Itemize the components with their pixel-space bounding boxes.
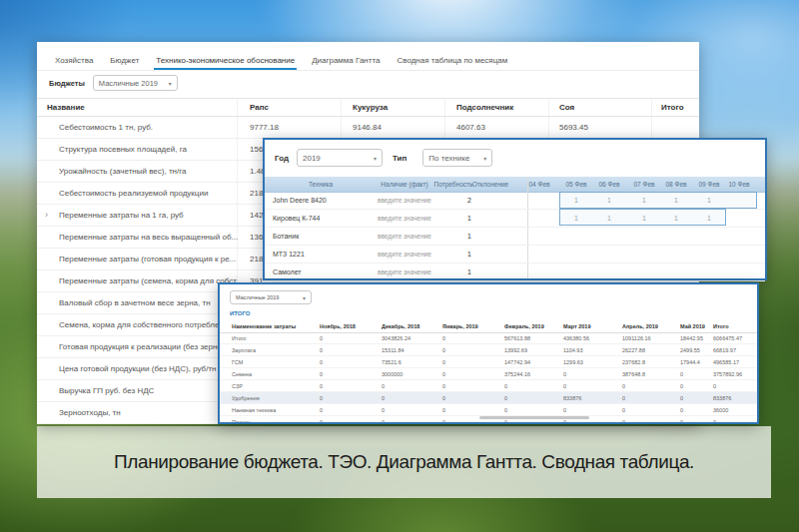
cost-name: Семена — [232, 371, 252, 377]
cell-value: 4607.63 — [456, 123, 485, 132]
cell-value: 0 — [680, 395, 683, 401]
horizontal-scrollbar[interactable] — [479, 416, 589, 419]
cell-value: 147742.94 — [504, 359, 530, 365]
selected-range-box — [559, 192, 757, 209]
row-label: Урожайность (зачетный вес), тн/га — [59, 167, 186, 176]
column-header: Март 2019 — [563, 323, 590, 329]
column-header: Наименование затраты — [232, 323, 296, 329]
cell-value: 0 — [320, 383, 323, 389]
cell-value: 496585.17 — [713, 359, 739, 365]
type-select[interactable]: По технике ▾ — [422, 149, 492, 167]
availability-input[interactable]: введите значение — [378, 233, 431, 240]
cell-value: 0 — [382, 407, 385, 413]
cell-value: 9777.18 — [250, 123, 279, 132]
gantt-table-header: ТехникаНаличие (факт)ПотребностьОтклонен… — [265, 177, 765, 193]
column-header: Кукуруза — [353, 103, 388, 112]
cell-value: 0 — [320, 335, 323, 341]
cell-value: 0 — [622, 383, 625, 389]
screenshot-root: ХозяйстваБюджетТехнико-экономическое обо… — [0, 0, 799, 532]
machine-row: Самолетвведите значение1 — [265, 264, 765, 281]
cell-value: 6066475.47 — [713, 335, 742, 341]
summary-row: Наемная техника000000036000 — [220, 404, 757, 416]
column-header: Итого — [713, 323, 729, 329]
cost-name: Удобрения — [232, 395, 260, 401]
expand-icon[interactable]: › — [45, 210, 48, 220]
date-column-header: 04 Фев — [528, 181, 549, 188]
tab-4[interactable]: Диаграмма Гантта — [310, 53, 382, 70]
year-select-value: 2019 — [303, 154, 321, 163]
cell-value: 73521.6 — [382, 359, 401, 365]
tab-5[interactable]: Сводная таблица по месяцам — [395, 53, 509, 70]
chevron-down-icon: ▾ — [169, 80, 172, 87]
column-header: Ноябрь, 2018 — [320, 323, 356, 329]
column-header: Отклонение — [472, 181, 508, 188]
availability-input[interactable]: введите значение — [378, 215, 431, 222]
cell-value: 0 — [563, 407, 566, 413]
summary-panel: Масличные 2019 ▾ ИТОГО Наименование затр… — [218, 282, 759, 424]
summary-row: Зарплата015311.84013992.691104.9326227.8… — [220, 344, 757, 356]
cell-value: 237682.8 — [622, 359, 645, 365]
tab-2[interactable]: Бюджет — [108, 53, 141, 70]
cell-value: 66819.97 — [713, 347, 736, 353]
column-header: Соя — [559, 103, 574, 112]
availability-input[interactable]: введите значение — [378, 197, 431, 204]
total-link[interactable]: ИТОГО — [230, 310, 250, 316]
budget-select[interactable]: Масличные 2019 ▾ — [93, 75, 178, 91]
cell-value: 0 — [563, 371, 566, 377]
gantt-controls: Год 2019 ▾ Тип По технике ▾ — [265, 140, 765, 176]
cell-value: 13992.69 — [504, 347, 527, 353]
column-header: Май 2019 — [680, 323, 705, 329]
machine-name: МТЗ 1221 — [273, 251, 305, 258]
summary-budget-select[interactable]: Масличные 2019 ▾ — [230, 290, 312, 304]
cell-value: 0 — [442, 407, 445, 413]
cell-value: 0 — [622, 395, 625, 401]
row-label: Зерноотходы, тн — [59, 408, 121, 417]
cell-value: 0 — [442, 371, 445, 377]
tab-1[interactable]: Хозяйства — [53, 53, 95, 70]
cell-value: 3043826.24 — [382, 335, 410, 341]
teo-table-header: НазваниеРапсКукурузаПодсолнечникСояИтого — [37, 98, 699, 117]
cell-value: 0 — [442, 335, 445, 341]
cell-value: 0 — [622, 407, 625, 413]
cost-name: ГСМ — [232, 359, 243, 365]
row-label: Цена готовой продукции (без НДС), руб/тн — [59, 364, 217, 373]
year-select[interactable]: 2019 ▾ — [297, 149, 383, 167]
cell-value: 0 — [320, 407, 323, 413]
tab-3[interactable]: Технико-экономическое обоснование — [154, 53, 297, 70]
summary-row: Итого03043826.240567613.88436380.5610911… — [220, 332, 757, 344]
cell-value: 0 — [713, 383, 716, 389]
row-label: Переменные затраты на 1 га, руб — [59, 211, 184, 220]
availability-input[interactable]: введите значение — [378, 268, 431, 275]
cost-name: Зарплата — [232, 347, 256, 353]
cell-value: 436380.56 — [563, 335, 589, 341]
column-header: Декабрь, 2018 — [382, 323, 419, 329]
cell-value: 36000 — [713, 407, 728, 413]
cell-value: 26227.88 — [622, 347, 645, 353]
column-header: Подсолнечник — [456, 103, 513, 112]
cell-value: 5693.45 — [559, 123, 588, 132]
row-label: Себестоимость 1 тн, руб. — [59, 123, 153, 132]
budgets-label: Бюджеты — [49, 79, 85, 88]
summary-budget-value: Масличные 2019 — [236, 294, 279, 300]
cell-value: 0 — [504, 407, 507, 413]
table-row: Себестоимость 1 тн, руб.9777.189146.8446… — [37, 117, 699, 139]
cell-value: 387648.8 — [622, 371, 645, 377]
cell-value: 0 — [442, 347, 445, 353]
machine-name: Самолет — [273, 268, 302, 275]
machine-name: Кировец К-744 — [273, 215, 320, 222]
cell-value: 1299.63 — [563, 359, 583, 365]
availability-input[interactable]: введите значение — [378, 251, 431, 258]
cell-value: 0 — [320, 371, 323, 377]
cell-value: 567613.88 — [504, 335, 530, 341]
cell-value: 0 — [680, 419, 683, 423]
chevron-down-icon: ▾ — [303, 294, 306, 301]
column-header: Апрель, 2019 — [622, 323, 658, 329]
summary-table-body: Итого03043826.240567613.88436380.5610911… — [220, 332, 757, 422]
cell-value: 0 — [504, 395, 507, 401]
cell-value: 9146.84 — [353, 123, 382, 132]
column-header: Февраль, 2019 — [504, 323, 544, 329]
machine-row: МТЗ 1221введите значение1 — [265, 246, 765, 264]
type-select-value: По технике — [428, 154, 469, 163]
date-column-header: 10 Фев — [728, 181, 749, 188]
date-column-header: 06 Фев — [598, 181, 619, 188]
